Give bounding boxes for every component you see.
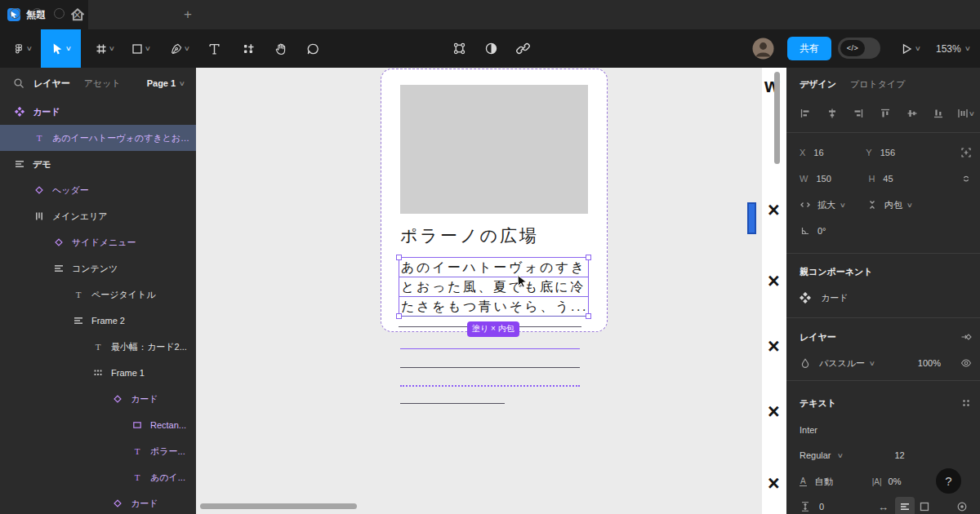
eye-icon[interactable] <box>960 357 972 369</box>
frame-tool-button[interactable]: ∨ <box>88 29 121 68</box>
mask-button[interactable] <box>480 29 501 68</box>
layer-row[interactable]: サイドメニュー <box>0 229 196 255</box>
align-bottom-icon[interactable] <box>929 104 948 123</box>
main-menu-button[interactable]: ∨ <box>7 29 38 68</box>
text-align-left-button[interactable] <box>895 497 915 514</box>
height-input[interactable]: 45 <box>883 174 893 184</box>
new-tab-button[interactable]: + <box>180 7 196 23</box>
selection-handle[interactable] <box>396 255 402 260</box>
card-image-placeholder[interactable] <box>400 85 588 214</box>
letter-spacing-input[interactable]: 0% <box>889 476 902 486</box>
layer-row[interactable]: Tページタイトル <box>0 281 196 308</box>
align-right-icon[interactable] <box>849 104 868 123</box>
layer-label: あのイーハトーヴォのすきとお… <box>52 132 189 144</box>
selected-text-layer[interactable]: あのイーハトーヴォのすき とおった風、夏でも底に冷 たさをもつ青いそら、う... <box>399 257 589 317</box>
actions-tool-button[interactable] <box>237 29 260 68</box>
horizontal-resizing-select[interactable]: 拡大 <box>817 199 835 211</box>
text-box-icon[interactable] <box>915 497 934 514</box>
line-height-input[interactable]: 自動 <box>815 476 833 488</box>
layer-row[interactable]: Rectan... <box>0 412 196 438</box>
font-size-input[interactable]: 12 <box>894 450 904 460</box>
pen-tool-button[interactable]: ∨ <box>163 29 197 68</box>
shape-tool-button[interactable]: ∨ <box>124 29 157 68</box>
dev-mode-toggle[interactable]: </> <box>838 38 880 59</box>
tab-assets[interactable]: アセット <box>84 78 121 90</box>
constrain-proportions-icon[interactable] <box>960 173 972 184</box>
layer-row[interactable]: カード <box>0 490 196 514</box>
layer-row[interactable]: カード <box>0 386 196 412</box>
card-component[interactable]: ポラーノの広場 あのイーハトーヴォのすき とおった風、夏でも底に冷 たさをもつ青… <box>381 69 608 332</box>
chevron-down-icon[interactable]: ∨ <box>179 80 185 87</box>
layer-row[interactable]: Frame 1 <box>0 360 196 386</box>
window-close-button[interactable] <box>10 8 20 19</box>
auto-width-icon[interactable]: ↔ <box>878 501 889 513</box>
layer-row[interactable]: デモ <box>0 151 196 177</box>
opacity-input[interactable]: 100% <box>918 358 941 368</box>
hand-tool-button[interactable] <box>270 29 292 68</box>
h-label: H <box>868 174 875 184</box>
align-top-icon[interactable] <box>875 104 895 123</box>
layer-row[interactable]: Tポラー... <box>0 438 196 464</box>
present-button[interactable]: ∨ <box>901 29 920 68</box>
canvas-vertical-scrollbar[interactable] <box>774 72 780 164</box>
home-icon[interactable] <box>69 6 87 24</box>
search-icon[interactable] <box>13 78 24 89</box>
parent-component-item[interactable]: カード <box>800 288 972 308</box>
vertical-resizing-select[interactable]: 内包 <box>884 199 902 211</box>
align-horizontal-center-icon[interactable] <box>822 104 842 123</box>
apply-to-instance-icon[interactable] <box>960 331 972 343</box>
share-button[interactable]: 共有 <box>787 37 831 60</box>
styles-icon[interactable] <box>960 397 972 409</box>
edit-object-button[interactable] <box>448 29 470 68</box>
layer-row[interactable]: T最小幅：カード2... <box>0 334 196 360</box>
selected-frame-indicator <box>747 202 756 234</box>
window-tab-strip: 無題 ✕ + <box>0 0 980 29</box>
y-input[interactable]: 156 <box>880 148 895 157</box>
layer-row[interactable]: カード <box>0 99 196 125</box>
type-settings-icon[interactable] <box>952 497 972 514</box>
page-selector[interactable]: Page 1 <box>147 78 176 88</box>
selection-handle[interactable] <box>396 313 402 319</box>
width-input[interactable]: 150 <box>816 174 857 184</box>
layer-row[interactable]: ヘッダー <box>0 177 196 203</box>
layer-row[interactable]: Tあのイ... <box>0 464 196 490</box>
blend-mode-icon[interactable] <box>800 357 811 369</box>
layer-row[interactable]: Tあのイーハトーヴォのすきとお… <box>0 125 196 151</box>
canvas[interactable]: ポラーノの広場 あのイーハトーヴォのすき とおった風、夏でも底に冷 たさをもつ青… <box>196 68 786 514</box>
text-tool-button[interactable] <box>203 29 225 68</box>
font-family-select[interactable]: Inter <box>800 425 817 435</box>
list-item-x-mark: × <box>768 335 780 358</box>
distribute-icon[interactable]: ∨ <box>956 104 975 123</box>
blend-mode-select[interactable]: パススルー <box>819 357 865 370</box>
layer-row[interactable]: コンテンツ <box>0 255 196 281</box>
text-icon: T <box>132 445 142 457</box>
comment-tool-button[interactable] <box>301 29 324 68</box>
tab-design[interactable]: デザイン <box>800 78 836 91</box>
selection-handle[interactable] <box>586 255 591 260</box>
avatar[interactable] <box>752 29 774 68</box>
tab-prototype[interactable]: プロトタイプ <box>850 78 906 91</box>
layer-row[interactable]: メインエリア <box>0 203 196 229</box>
font-family-row[interactable]: Inter <box>800 420 972 440</box>
canvas-horizontal-scrollbar[interactable] <box>200 503 357 509</box>
link-button[interactable] <box>512 29 533 68</box>
align-vertical-center-icon[interactable] <box>902 104 922 123</box>
font-weight-select[interactable]: Regular <box>800 450 831 460</box>
list-item-x-mark: × <box>768 472 780 495</box>
card-title[interactable]: ポラーノの広場 <box>400 224 539 247</box>
align-left-icon[interactable] <box>795 104 815 123</box>
x-input[interactable]: 16 <box>813 148 854 157</box>
selection-handle[interactable] <box>586 313 591 319</box>
layer-row[interactable]: Frame 2 <box>0 308 196 334</box>
move-tool-button[interactable]: ∨ <box>41 29 81 68</box>
window-minimize-button[interactable] <box>32 8 42 19</box>
target-icon[interactable] <box>960 147 972 158</box>
window-zoom-button[interactable] <box>54 8 65 19</box>
layer-label: コンテンツ <box>72 263 118 275</box>
rotation-input[interactable]: 0° <box>817 226 826 236</box>
line-height-icon: A <box>800 476 807 486</box>
tab-layers[interactable]: レイヤー <box>33 78 70 90</box>
zoom-level-selector[interactable]: 153% ∨ <box>936 29 970 68</box>
help-button[interactable]: ? <box>936 468 961 494</box>
paragraph-spacing-input[interactable]: 0 <box>819 502 824 512</box>
